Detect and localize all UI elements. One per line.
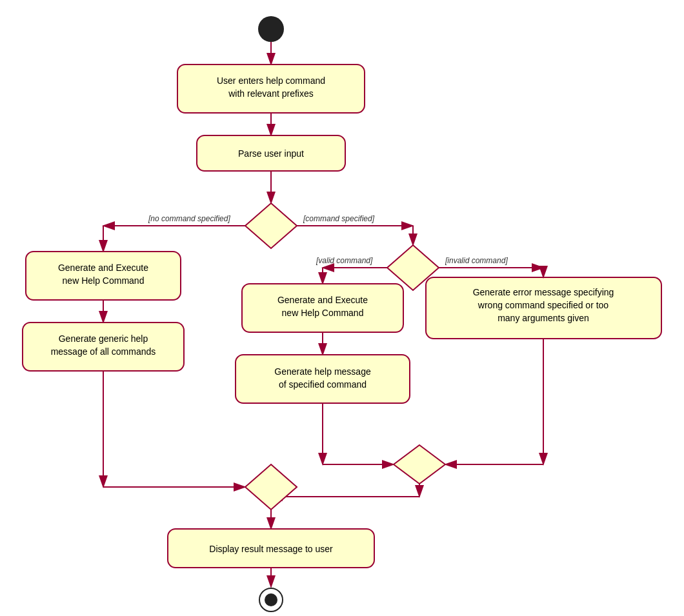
- text-gen-generic-2: message of all commands: [51, 346, 156, 357]
- text-enter-help-1: User enters help command: [217, 75, 325, 86]
- label-no-command: [no command specified]: [148, 214, 230, 223]
- label-command-specified: [command specified]: [303, 214, 375, 223]
- text-gen-exec-right-1: Generate and Execute: [277, 295, 368, 305]
- start-node: [258, 16, 284, 42]
- text-gen-exec-left-2: new Help Command: [63, 275, 145, 286]
- text-gen-error-3: many arguments given: [498, 313, 589, 323]
- text-gen-generic-1: Generate generic help: [59, 333, 148, 344]
- text-enter-help-2: with relevant prefixes: [228, 88, 314, 99]
- label-invalid-command: [invalid command]: [445, 256, 508, 265]
- activity-diagram: User enters help command with relevant p…: [0, 0, 684, 616]
- diamond-command-specified: [245, 203, 297, 248]
- text-gen-error-1: Generate error message specifying: [473, 287, 614, 297]
- text-gen-help-1: Generate help message: [274, 366, 371, 377]
- text-display-result: Display result message to user: [209, 544, 333, 554]
- text-parse-input: Parse user input: [238, 148, 304, 159]
- text-gen-error-2: wrong command specified or too: [478, 300, 609, 310]
- diamond-merge1: [394, 445, 445, 484]
- diamond-merge2: [245, 464, 297, 510]
- text-gen-help-2: of specified command: [279, 379, 367, 390]
- end-inner: [265, 593, 277, 606]
- text-gen-exec-right-2: new Help Command: [282, 308, 364, 318]
- label-valid-command: [valid command]: [316, 256, 373, 265]
- text-gen-exec-left-1: Generate and Execute: [58, 263, 148, 273]
